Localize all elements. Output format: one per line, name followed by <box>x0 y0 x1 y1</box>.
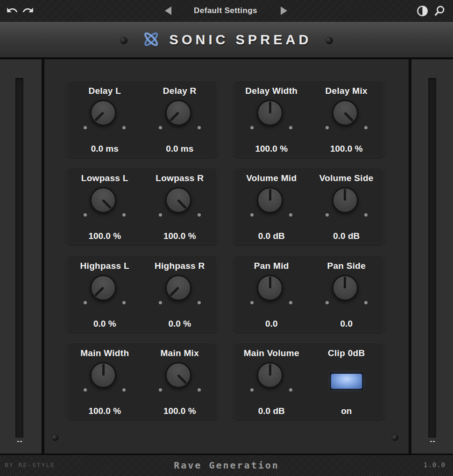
highpass-l-knob[interactable] <box>90 275 116 301</box>
knob-max-dot <box>364 301 368 304</box>
control-label: Volume Side <box>319 173 374 183</box>
lowpass-r-control: Lowpass R 100.0 % <box>142 168 218 244</box>
volume-mid-knob[interactable] <box>257 187 283 213</box>
right-level-meter[interactable] <box>428 78 436 438</box>
header-band: SONIC SPREAD <box>0 22 453 59</box>
brand: SONIC SPREAD <box>142 29 312 51</box>
knob-min-dot <box>326 126 329 129</box>
control-value: 100.0 % <box>88 231 121 241</box>
plugin-title: SONIC SPREAD <box>170 32 312 48</box>
volume-side-knob[interactable] <box>332 187 358 213</box>
knob-pointer <box>344 112 354 122</box>
screw-icon <box>326 37 333 44</box>
control-label: Delay R <box>163 86 197 96</box>
control-label: Highpass L <box>80 261 129 271</box>
undo-icon[interactable] <box>6 4 18 16</box>
screw-icon <box>120 37 127 44</box>
knob-pointer <box>95 112 105 122</box>
knob-min-dot <box>159 213 162 217</box>
knob-max-dot <box>122 126 126 129</box>
knob-max-dot <box>198 213 201 217</box>
magnifier-icon[interactable] <box>433 5 446 17</box>
control-label: Main Width <box>80 348 129 358</box>
control-value: 100.0 % <box>163 231 196 241</box>
panel-main-stereo: Main Width 100.0 % Main Mix <box>67 342 218 419</box>
control-value: 100.0 % <box>330 144 363 154</box>
toolbar: Default Settings <box>0 0 453 22</box>
delay-l-control: Delay L 0.0 ms <box>67 80 142 156</box>
credit-text: BY RE-STYLE <box>5 462 55 469</box>
panel-volume-mid-side: Volume Mid 0.0 dB Volume Side <box>234 167 384 244</box>
delay-width-knob[interactable] <box>257 100 283 126</box>
volume-side-control: Volume Side 0.0 dB <box>309 168 384 244</box>
control-label: Highpass R <box>155 261 205 271</box>
knob-max-dot <box>289 213 292 217</box>
panel-delay-stereo: Delay Width 100.0 % Delay Mix <box>234 80 384 157</box>
contrast-icon[interactable] <box>416 5 429 17</box>
next-preset-icon[interactable] <box>281 7 287 15</box>
knob-max-dot <box>198 126 201 129</box>
delay-l-knob[interactable] <box>90 100 116 126</box>
redo-icon[interactable] <box>22 4 34 16</box>
left-meter-readout: -- <box>15 438 23 445</box>
control-value: 0.0 % <box>93 319 116 329</box>
knob-min-dot <box>326 213 329 217</box>
delay-r-control: Delay R 0.0 ms <box>142 80 218 156</box>
main-volume-knob[interactable] <box>257 362 283 388</box>
delay-mix-knob[interactable] <box>332 100 358 126</box>
control-label: Lowpass R <box>156 173 204 183</box>
knob-min-dot <box>326 301 329 304</box>
main-width-knob[interactable] <box>90 362 116 388</box>
knob-pointer <box>344 189 346 201</box>
preset-name[interactable]: Default Settings <box>194 6 257 15</box>
previous-preset-icon[interactable] <box>165 7 171 15</box>
delay-width-control: Delay Width 100.0 % <box>234 80 309 156</box>
sonic-spread-plugin-window: Default Settings SONIC SP <box>0 0 453 476</box>
delay-mix-control: Delay Mix 100.0 % <box>309 80 384 156</box>
control-value: 0.0 % <box>168 319 191 329</box>
main-volume-control: Main Volume 0.0 dB <box>234 343 309 419</box>
clip-0db-toggle-button[interactable] <box>330 372 363 390</box>
pan-mid-knob[interactable] <box>257 275 283 301</box>
screw-icon <box>392 434 398 441</box>
plugin-body: -- Delay L 0.0 ms <box>0 59 453 454</box>
highpass-r-control: Highpass R 0.0 % <box>142 255 218 331</box>
knob-min-dot <box>159 126 162 129</box>
clip-0db-control: Clip 0dB on <box>309 343 384 419</box>
knob-min-dot <box>84 213 87 217</box>
knob-max-dot <box>289 388 292 392</box>
right-meter-readout: -- <box>428 438 436 445</box>
knob-max-dot <box>289 126 292 129</box>
knob-min-dot <box>250 388 254 392</box>
control-label: Volume Mid <box>246 173 297 183</box>
control-value: 0.0 <box>340 319 353 329</box>
control-value: 0.0 <box>265 319 277 329</box>
highpass-r-knob[interactable] <box>165 275 191 301</box>
lowpass-r-knob[interactable] <box>165 187 191 213</box>
control-value: 100.0 % <box>88 406 121 416</box>
pan-side-knob[interactable] <box>332 275 358 301</box>
panel-lowpass: Lowpass L 100.0 % Lowpass R <box>67 167 218 244</box>
control-value: 0.0 dB <box>333 231 360 241</box>
left-level-meter[interactable] <box>15 78 23 438</box>
lowpass-l-control: Lowpass L 100.0 % <box>67 168 142 244</box>
knob-min-dot <box>84 301 87 304</box>
knob-pointer <box>269 102 271 113</box>
control-value: 0.0 dB <box>258 406 285 416</box>
knob-pointer <box>177 199 187 209</box>
panel-main-output: Main Volume 0.0 dB Clip 0dB <box>234 342 384 419</box>
knob-pointer <box>95 287 105 297</box>
lowpass-l-knob[interactable] <box>90 187 116 213</box>
knob-pointer <box>102 199 112 209</box>
control-value: 100.0 % <box>255 144 288 154</box>
panel-highpass: Highpass L 0.0 % Highpass R <box>67 255 218 332</box>
knob-max-dot <box>122 301 126 304</box>
control-label: Delay Width <box>245 86 297 96</box>
knob-max-dot <box>198 388 201 392</box>
main-mix-knob[interactable] <box>165 362 191 388</box>
panel-pan-mid-side: Pan Mid 0.0 Pan Side <box>234 255 384 332</box>
pan-side-control: Pan Side 0.0 <box>309 255 384 331</box>
control-label: Clip 0dB <box>328 348 365 358</box>
delay-r-knob[interactable] <box>165 100 191 126</box>
knob-pointer <box>170 112 179 122</box>
